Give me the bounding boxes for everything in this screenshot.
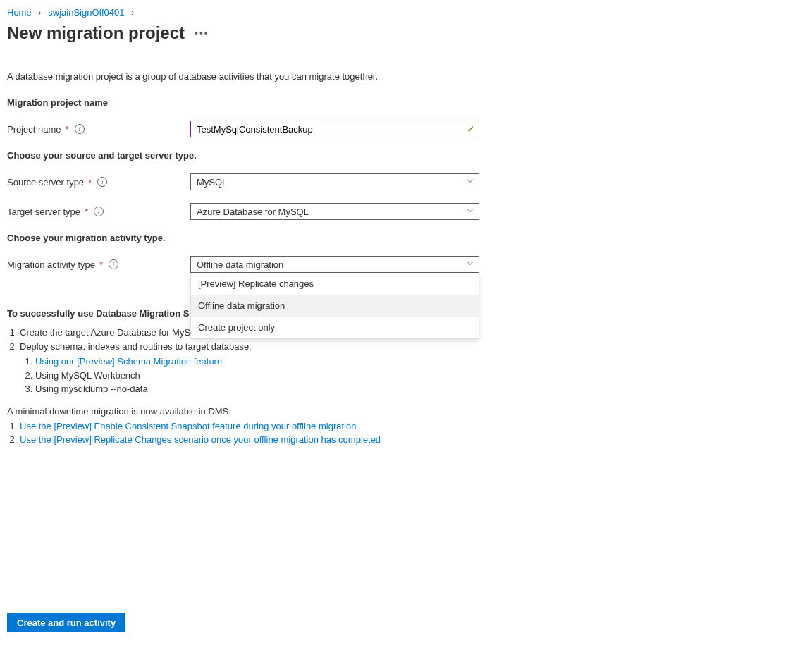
- section-activity-type: Choose your migration activity type.: [7, 233, 805, 243]
- chevron-down-icon: [466, 177, 474, 188]
- downtime-step-2: Use the [Preview] Replicate Changes scen…: [20, 433, 805, 447]
- project-name-input[interactable]: [190, 121, 479, 137]
- instruction-step-2: Deploy schema, indexes and routines to t…: [20, 340, 805, 396]
- link-consistent-snapshot[interactable]: Use the [Preview] Enable Consistent Snap…: [20, 421, 356, 431]
- link-schema-migration[interactable]: Using our [Preview] Schema Migration fea…: [35, 356, 222, 367]
- label-project-name: Project name* i: [7, 124, 190, 135]
- chevron-right-icon: ›: [131, 7, 134, 18]
- source-type-value: MySQL: [197, 177, 227, 188]
- downtime-list: Use the [Preview] Enable Consistent Snap…: [7, 419, 805, 447]
- instruction-step-2a: Using our [Preview] Schema Migration fea…: [35, 355, 805, 369]
- label-source-type: Source server type* i: [7, 177, 190, 188]
- activity-option-create-only[interactable]: Create project only: [191, 317, 479, 338]
- source-type-select[interactable]: MySQL: [190, 173, 479, 190]
- label-target-type: Target server type* i: [7, 207, 190, 217]
- chevron-right-icon: ›: [38, 7, 41, 18]
- downtime-head: A minimal downtime migration is now avai…: [7, 406, 805, 417]
- footer-bar: Create and run activity: [0, 606, 812, 645]
- chevron-down-icon: [466, 259, 474, 270]
- activity-option-offline[interactable]: Offline data migration: [191, 295, 479, 317]
- breadcrumb-home[interactable]: Home: [7, 7, 32, 18]
- info-icon[interactable]: i: [75, 124, 85, 134]
- link-replicate-changes[interactable]: Use the [Preview] Replicate Changes scen…: [20, 434, 381, 445]
- checkmark-icon: ✓: [467, 123, 475, 135]
- create-and-run-button[interactable]: Create and run activity: [7, 613, 125, 632]
- instruction-step-2b: Using MySQL Workbench: [35, 369, 805, 383]
- info-icon[interactable]: i: [109, 259, 118, 269]
- target-type-value: Azure Database for MySQL: [197, 207, 309, 217]
- chevron-down-icon: [466, 207, 474, 217]
- activity-type-dropdown: [Preview] Replicate changes Offline data…: [190, 273, 479, 339]
- section-source-target: Choose your source and target server typ…: [7, 150, 805, 161]
- label-activity-type: Migration activity type* i: [7, 259, 190, 270]
- info-icon[interactable]: i: [97, 177, 107, 187]
- activity-option-replicate[interactable]: [Preview] Replicate changes: [191, 273, 479, 295]
- activity-type-select[interactable]: Offline data migration: [190, 256, 479, 273]
- downtime-step-1: Use the [Preview] Enable Consistent Snap…: [20, 419, 805, 434]
- breadcrumb: Home › swjainSignOff0401 ›: [7, 7, 805, 18]
- page-title: New migration project: [7, 23, 185, 43]
- section-migration-project-name: Migration project name: [7, 97, 805, 108]
- target-type-select[interactable]: Azure Database for MySQL: [190, 203, 479, 220]
- breadcrumb-item[interactable]: swjainSignOff0401: [48, 7, 124, 18]
- more-actions-icon[interactable]: •••: [195, 27, 209, 39]
- activity-type-value: Offline data migration: [197, 259, 283, 270]
- info-icon[interactable]: i: [94, 207, 104, 216]
- page-description: A database migration project is a group …: [7, 71, 805, 82]
- instruction-step-2c: Using mysqldump --no-data: [35, 382, 805, 396]
